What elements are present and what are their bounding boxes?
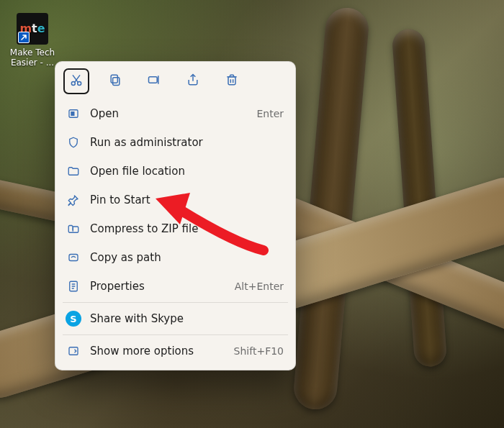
copy-path-icon (66, 250, 81, 265)
delete-icon (225, 73, 239, 90)
shield-icon (66, 135, 81, 150)
svg-rect-3 (111, 75, 117, 83)
folder-icon (66, 163, 81, 179)
menu-item-label: Pin to Start (90, 193, 150, 206)
menu-item-open[interactable]: Open Enter (60, 99, 291, 128)
delete-button[interactable] (220, 69, 244, 94)
menu-item-copy-as-path[interactable]: Copy as path (60, 243, 291, 272)
menu-item-compress-to-zip[interactable]: Compress to ZIP file (60, 214, 291, 243)
menu-item-shortcut: Enter (256, 108, 284, 119)
menu-item-label: Run as administrator (90, 136, 203, 149)
menu-item-label: Open (90, 107, 119, 120)
menu-separator (63, 302, 288, 303)
menu-item-label: Compress to ZIP file (90, 222, 198, 235)
copy-icon (108, 73, 122, 90)
svg-rect-4 (149, 77, 158, 83)
menu-item-properties[interactable]: Properties Alt+Enter (60, 272, 291, 301)
pin-icon (66, 192, 81, 208)
menu-item-open-file-location[interactable]: Open file location (60, 157, 291, 186)
desktop[interactable]: mte Make Tech Easier - ... (0, 0, 504, 428)
share-button[interactable] (181, 69, 205, 94)
menu-item-label: Copy as path (90, 251, 161, 264)
svg-rect-5 (228, 77, 235, 85)
open-icon (66, 106, 81, 122)
tile-letter-e: e (37, 24, 45, 34)
share-icon (186, 73, 200, 90)
tile-letter-t: t (32, 24, 37, 34)
menu-item-shortcut: Alt+Enter (235, 281, 284, 292)
svg-rect-7 (71, 111, 74, 116)
menu-item-pin-to-start[interactable]: Pin to Start (60, 186, 291, 214)
skype-icon: S (66, 311, 81, 327)
menu-item-run-as-administrator[interactable]: Run as administrator (60, 128, 291, 157)
desktop-shortcut-label: Make Tech Easier - ... (6, 47, 59, 68)
desktop-shortcut-tile: mte (17, 13, 48, 45)
desktop-shortcut-mte[interactable]: mte Make Tech Easier - ... (6, 13, 59, 68)
menu-item-shortcut: Shift+F10 (234, 345, 284, 357)
properties-icon (66, 278, 81, 294)
more-options-icon (66, 343, 81, 359)
menu-separator (63, 334, 288, 335)
menu-item-label: Share with Skype (90, 312, 184, 325)
svg-rect-2 (113, 78, 120, 86)
menu-item-share-with-skype[interactable]: S Share with Skype (60, 304, 291, 333)
menu-item-label: Show more options (90, 345, 194, 358)
zip-icon (66, 221, 81, 237)
rename-button[interactable] (142, 69, 166, 94)
cut-button[interactable] (64, 69, 89, 94)
svg-rect-8 (69, 255, 78, 261)
cut-icon (69, 73, 84, 90)
menu-item-label: Open file location (90, 165, 185, 178)
menu-item-show-more-options[interactable]: Show more options Shift+F10 (60, 337, 291, 365)
context-menu-toolbar (60, 66, 291, 99)
menu-item-label: Properties (90, 280, 145, 293)
rename-icon (147, 73, 161, 90)
context-menu: Open Enter Run as administrator Open fil… (55, 61, 296, 370)
shortcut-overlay-icon (18, 32, 30, 43)
copy-button[interactable] (103, 69, 127, 94)
